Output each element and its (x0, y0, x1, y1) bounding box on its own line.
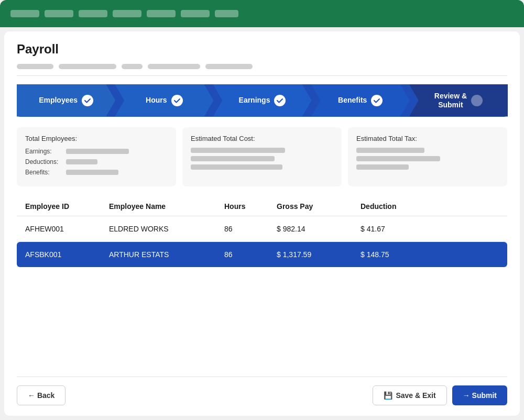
col-header-id: Employee ID (25, 202, 109, 211)
step-wizard: Employees Hours Earnings (17, 84, 507, 117)
breadcrumb (17, 64, 507, 76)
cell-employee-name: ARTHUR ESTATS (109, 250, 224, 259)
breadcrumb-pill (205, 64, 253, 69)
save-exit-button[interactable]: 💾 Save & Exit (373, 385, 446, 405)
bottom-actions: ← Back 💾 Save & Exit → Submit (17, 377, 507, 405)
summary-bar (191, 148, 285, 153)
summary-card-employees: Total Employees: Earnings: Deductions: B… (17, 127, 176, 186)
summary-bar (356, 148, 424, 153)
step-check-icon (82, 95, 93, 106)
summary-bar (66, 170, 118, 175)
save-exit-label: Save & Exit (396, 391, 435, 400)
summary-row-benefits: Benefits: (25, 169, 168, 176)
table-header-row: Employee ID Employee Name Hours Gross Pa… (17, 197, 507, 216)
summary-bar (356, 156, 440, 161)
col-header-gross-pay: Gross Pay (277, 202, 361, 211)
step-check-icon (371, 95, 383, 106)
summary-bar (66, 149, 129, 154)
summary-cost-row-1 (191, 148, 333, 153)
wizard-step-review-submit[interactable]: Review &Submit (409, 84, 508, 117)
submit-button[interactable]: → Submit (452, 385, 507, 405)
summary-bar (191, 164, 282, 170)
wizard-step-label: Benefits (338, 96, 367, 105)
back-button[interactable]: ← Back (17, 385, 66, 405)
wizard-step-label: Hours (146, 96, 167, 105)
table-row-highlighted[interactable]: AFSBK001 ARTHUR ESTATS 86 $ 1,317.59 $ 1… (17, 242, 507, 267)
table-row[interactable]: AFHEW001 ELDRED WORKS 86 $ 982.14 $ 41.6… (17, 216, 507, 242)
summary-card-title: Total Employees: (25, 135, 168, 142)
cell-deduction: $ 148.75 (361, 250, 439, 259)
summary-row-label: Deductions: (25, 158, 62, 165)
summary-card-total-tax: Estimated Total Tax: (348, 127, 507, 186)
cell-employee-id: AFHEW001 (25, 225, 109, 233)
employee-table: Employee ID Employee Name Hours Gross Pa… (17, 197, 507, 377)
summary-card-title: Estimated Total Tax: (356, 135, 499, 142)
nav-pill (10, 10, 39, 17)
wizard-step-employees[interactable]: Employees (17, 84, 115, 117)
nav-pill (45, 10, 73, 17)
breadcrumb-pill (17, 64, 53, 69)
col-header-name: Employee Name (109, 202, 224, 211)
summary-tax-row-3 (356, 164, 499, 170)
summary-tax-row-2 (356, 156, 499, 161)
summary-row-label: Benefits: (25, 169, 62, 176)
summary-cost-row-3 (191, 164, 333, 170)
wizard-step-benefits[interactable]: Benefits (311, 84, 410, 117)
breadcrumb-pill (122, 64, 143, 69)
cell-gross-pay: $ 1,317.59 (277, 250, 361, 259)
summary-bar (191, 156, 275, 161)
top-navigation-bar (0, 0, 524, 27)
cell-hours: 86 (224, 225, 277, 233)
save-icon: 💾 (384, 391, 392, 400)
cell-deduction: $ 41.67 (361, 225, 439, 233)
nav-pill (79, 10, 107, 17)
page-title: Payroll (17, 42, 507, 57)
col-header-hours: Hours (224, 202, 277, 211)
step-current-icon (471, 95, 483, 106)
main-content: Payroll Employees Hours (4, 31, 520, 416)
summary-bar (356, 164, 409, 170)
cell-gross-pay: $ 982.14 (277, 225, 361, 233)
step-check-icon (171, 95, 183, 106)
summary-card-total-cost: Estimated Total Cost: (182, 127, 342, 186)
nav-pill (113, 10, 141, 17)
summary-bar (66, 159, 97, 164)
cell-hours: 86 (224, 250, 277, 259)
wizard-step-hours[interactable]: Hours (115, 84, 213, 117)
wizard-step-label: Review &Submit (434, 92, 467, 109)
wizard-step-earnings[interactable]: Earnings (213, 84, 311, 117)
col-header-deduction: Deduction (361, 202, 439, 211)
summary-row-earnings: Earnings: (25, 148, 168, 155)
summary-cost-row-2 (191, 156, 333, 161)
nav-pill (181, 10, 210, 17)
summary-tax-row-1 (356, 148, 499, 153)
cell-employee-name: ELDRED WORKS (109, 225, 224, 233)
right-actions: 💾 Save & Exit → Submit (373, 385, 507, 405)
nav-pill (147, 10, 176, 17)
summary-row-deductions: Deductions: (25, 158, 168, 165)
wizard-step-label: Earnings (239, 96, 270, 105)
breadcrumb-pill (148, 64, 200, 69)
nav-pill (215, 10, 238, 17)
wizard-step-label: Employees (39, 96, 78, 105)
summary-row-label: Earnings: (25, 148, 62, 155)
summary-card-title: Estimated Total Cost: (191, 135, 333, 142)
cell-employee-id: AFSBK001 (25, 250, 109, 259)
breadcrumb-pill (59, 64, 116, 69)
step-check-icon (274, 95, 286, 106)
summary-cards: Total Employees: Earnings: Deductions: B… (17, 127, 507, 186)
